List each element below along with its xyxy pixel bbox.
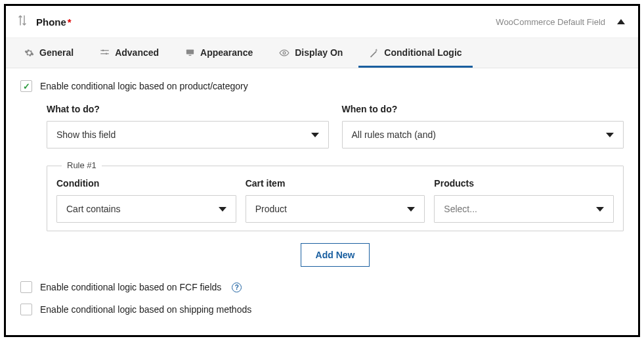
cart-item-select[interactable]: Product <box>246 195 425 223</box>
tab-label: Advanced <box>115 47 159 58</box>
tab-display-on[interactable]: Display On <box>268 38 353 68</box>
enable-product-label: Enable conditional logic based on produc… <box>40 81 248 91</box>
enable-shipping-checkbox[interactable] <box>20 304 32 315</box>
tab-label: Display On <box>295 47 343 58</box>
gear-icon <box>24 48 34 58</box>
tab-label: General <box>39 47 74 58</box>
select-placeholder: Select... <box>444 204 477 214</box>
panel-header: Phone* WooCommerce Default Field <box>6 6 638 37</box>
products-label: Products <box>434 178 614 189</box>
when-to-do-select[interactable]: All rules match (and) <box>342 121 624 148</box>
enable-fcf-label: Enable conditional logic based on FCF fi… <box>40 282 221 292</box>
monitor-icon <box>185 48 195 58</box>
svg-rect-5 <box>189 55 192 55</box>
field-settings-panel: Phone* WooCommerce Default Field General… <box>4 4 640 337</box>
tab-label: Conditional Logic <box>384 47 462 58</box>
tab-label: Appearance <box>200 47 253 58</box>
condition-label: Condition <box>56 178 236 189</box>
select-value: Product <box>255 204 287 214</box>
select-value: All rules match (and) <box>352 129 436 140</box>
select-value: Cart contains <box>66 204 120 214</box>
add-new-rule-button[interactable]: Add New <box>301 243 370 267</box>
what-to-do-select[interactable]: Show this field <box>47 121 329 148</box>
enable-product-checkbox[interactable] <box>20 80 32 92</box>
enable-shipping-label: Enable conditional logic based on shippi… <box>40 304 251 315</box>
required-mark: * <box>68 16 72 28</box>
enable-shipping-row: Enable conditional logic based on shippi… <box>20 304 624 315</box>
condition-select[interactable]: Cart contains <box>56 195 236 223</box>
rule-legend: Rule #1 <box>62 160 102 170</box>
products-select[interactable]: Select... <box>434 195 614 223</box>
tab-appearance[interactable]: Appearance <box>175 38 263 68</box>
svg-rect-3 <box>100 53 109 54</box>
chevron-down-icon <box>311 133 319 137</box>
tab-content: Enable conditional logic based on produc… <box>6 68 638 327</box>
cart-item-label: Cart item <box>246 178 425 189</box>
drag-handle-icon[interactable] <box>18 15 27 28</box>
svg-point-6 <box>283 51 286 54</box>
svg-rect-1 <box>100 50 109 51</box>
wand-icon <box>369 48 379 58</box>
enable-product-category-row: Enable conditional logic based on produc… <box>20 80 624 92</box>
tab-bar: General Advanced Appearance Display On C… <box>6 37 638 68</box>
select-value: Show this field <box>56 129 116 140</box>
rule-fieldset: Rule #1 Condition Cart contains Cart ite… <box>47 166 624 231</box>
chevron-down-icon <box>219 207 226 212</box>
tab-general[interactable]: General <box>14 38 84 68</box>
chevron-down-icon <box>596 207 604 212</box>
enable-fcf-checkbox[interactable] <box>20 281 32 293</box>
enable-fcf-row: Enable conditional logic based on FCF fi… <box>20 281 624 293</box>
eye-icon <box>279 48 290 58</box>
help-icon[interactable]: ? <box>232 283 242 292</box>
when-to-do-label: When to do? <box>342 104 624 114</box>
field-type-badge: WooCommerce Default Field <box>496 17 605 27</box>
tab-conditional-logic[interactable]: Conditional Logic <box>358 38 472 68</box>
chevron-down-icon <box>606 133 614 137</box>
what-to-do-label: What to do? <box>47 104 329 114</box>
tab-advanced[interactable]: Advanced <box>89 38 169 68</box>
sliders-icon <box>100 48 110 58</box>
chevron-down-icon <box>407 207 415 212</box>
collapse-toggle-icon[interactable] <box>617 19 625 24</box>
svg-rect-4 <box>186 49 194 54</box>
field-title: Phone* <box>36 16 72 28</box>
